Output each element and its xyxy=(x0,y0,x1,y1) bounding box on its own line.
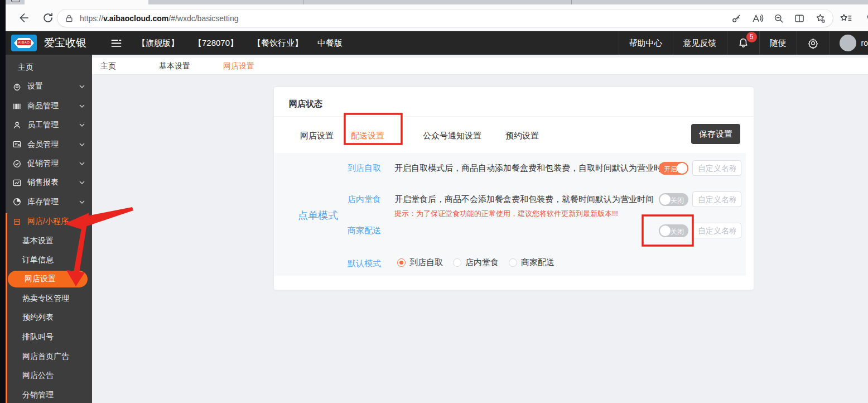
tab-bar-workspaces-icon[interactable] xyxy=(11,0,20,2)
notifications-button[interactable]: 5 xyxy=(727,31,759,55)
user-menu[interactable]: ro xyxy=(829,31,868,55)
zoom-out-icon[interactable] xyxy=(773,13,784,24)
url-text[interactable]: https://v.aibaocloud.com/#/wxdc/basicset… xyxy=(80,14,239,23)
radio-unselected-icon xyxy=(509,258,517,267)
brand-name: 爱宝收银 xyxy=(44,36,86,50)
order-mode-panel: 点单模式 到店自取 开启自取模式后，商品自动添加餐盒费和包装费，自取时间默认为营… xyxy=(274,153,746,276)
dinein-toggle[interactable]: 关闭 xyxy=(659,193,688,206)
store-status-card: 网店状态 网店设置 配送设置 公众号通知设置 预约设置 保存设置 点单模式 到店… xyxy=(273,87,754,290)
sidebar-subitem-basic-settings[interactable]: 基本设置 xyxy=(6,232,92,251)
gear-icon xyxy=(13,83,21,91)
browser-tab-strip: 网店设置 ✕ 餐饮软件怎么设置配送 ✕ 设置中心 - 设置中心 ✕ 主页 ✕ xyxy=(6,0,868,4)
back-icon[interactable] xyxy=(17,11,30,25)
sidebar-item-members[interactable]: 会员管理 xyxy=(6,135,92,154)
pickup-custom-name-input[interactable] xyxy=(692,160,741,176)
sidebar-item-label: 销售报表 xyxy=(27,177,59,188)
sidebar-subitem-order-info[interactable]: 订单信息 xyxy=(6,251,92,270)
member-card-icon xyxy=(13,140,21,148)
sidebar-item-settings[interactable]: 设置 xyxy=(6,77,92,96)
sidebar-item-inventory[interactable]: 库存管理 xyxy=(6,193,92,212)
edition-badge[interactable]: 【旗舰版】 xyxy=(137,38,179,49)
sidebar-item-label: 会员管理 xyxy=(27,140,59,150)
desktop-background-strip xyxy=(0,0,6,403)
version-badge[interactable]: 中餐版 xyxy=(317,38,343,49)
delivery-toggle[interactable]: 关闭 xyxy=(659,224,688,237)
sidebar-item-staff[interactable]: 员工管理 xyxy=(6,116,92,135)
sidebar-subitem-store-notice[interactable]: 网店公告 xyxy=(6,366,92,385)
radio-option-dinein[interactable]: 店内堂食 xyxy=(453,257,499,268)
save-settings-button[interactable]: 保存设置 xyxy=(691,124,740,144)
sidebar-item-label: 员工管理 xyxy=(27,120,59,130)
sidebar-item-label: 网店/小程序 xyxy=(27,217,69,227)
address-bar[interactable]: https://v.aibaocloud.com/#/wxdc/basicset… xyxy=(57,9,833,27)
settings-button[interactable] xyxy=(797,31,829,55)
chevron-down-icon xyxy=(79,85,85,88)
username: ro xyxy=(861,39,868,47)
toggle-knob xyxy=(677,163,687,174)
card-tab-store-settings[interactable]: 网店设置 xyxy=(300,131,334,141)
sidebar-item-label: 分销管理 xyxy=(22,390,54,400)
sidebar-item-label: 预约列表 xyxy=(22,313,54,323)
card-title: 网店状态 xyxy=(289,99,322,109)
shortcut-link[interactable]: 随便 xyxy=(759,31,797,55)
radio-option-delivery[interactable]: 商家配送 xyxy=(509,257,554,268)
browser-toolbar: https://v.aibaocloud.com/#/wxdc/basicset… xyxy=(6,4,868,31)
chevron-down-icon xyxy=(79,181,85,184)
browser-tab-4[interactable]: 主页 ✕ xyxy=(573,0,848,4)
sidebar-subitem-reservation-list[interactable]: 预约列表 xyxy=(6,308,92,327)
shortcut-label: 随便 xyxy=(770,38,787,49)
favorites-list-icon[interactable] xyxy=(839,12,852,25)
feedback-link[interactable]: 意见反馈 xyxy=(673,31,727,55)
radio-unselected-icon xyxy=(453,258,461,267)
notification-badge: 5 xyxy=(746,32,757,42)
radio-label: 商家配送 xyxy=(521,257,554,268)
store-id-badge[interactable]: 【728070】 xyxy=(194,38,238,49)
chevron-down-icon xyxy=(79,162,85,165)
browser-essentials-icon[interactable] xyxy=(866,12,868,25)
radio-option-pickup[interactable]: 到店自取 xyxy=(397,257,443,268)
help-center-link[interactable]: 帮助中心 xyxy=(619,31,673,55)
page-tab-bar: 主页 基本设置 网店设置 xyxy=(92,57,868,75)
browser-tab-3[interactable]: 设置中心 - 设置中心 ✕ xyxy=(305,0,570,4)
password-key-icon[interactable] xyxy=(731,13,742,24)
split-screen-icon[interactable] xyxy=(794,13,805,24)
page-tab-home[interactable]: 主页 xyxy=(100,61,116,71)
sidebar-subitem-hot-zone[interactable]: 热卖专区管理 xyxy=(6,289,92,308)
sidebar-item-label: 主页 xyxy=(18,63,33,73)
dinein-custom-name-input[interactable] xyxy=(692,191,741,207)
sidebar-item-sales-reports[interactable]: 销售报表 xyxy=(6,173,92,192)
divider xyxy=(274,116,754,117)
lock-icon[interactable] xyxy=(64,13,74,23)
card-tab-delivery-settings[interactable]: 配送设置 xyxy=(351,131,384,141)
card-tab-reservation-settings[interactable]: 预约设置 xyxy=(505,131,539,141)
sidebar-item-promotions[interactable]: 促销管理 xyxy=(6,154,92,173)
page-tab-basic-settings[interactable]: 基本设置 xyxy=(159,61,190,71)
pickup-toggle[interactable]: 开启 xyxy=(659,162,688,175)
card-tab-official-account-notify[interactable]: 公众号通知设置 xyxy=(423,131,481,141)
sidebar-item-label: 促销管理 xyxy=(27,159,59,169)
browser-tab-1[interactable]: 网店设置 ✕ xyxy=(25,0,148,4)
industry-badge[interactable]: 【餐饮行业】 xyxy=(253,38,303,49)
logo-text: AIBAO xyxy=(17,40,31,45)
help-center-label: 帮助中心 xyxy=(629,38,663,49)
section-label: 点单模式 xyxy=(298,209,338,222)
refresh-icon[interactable] xyxy=(41,11,55,25)
collapse-menu-icon[interactable] xyxy=(111,39,122,47)
sidebar-subitem-store-settings-active[interactable]: 网店设置 xyxy=(8,271,88,287)
toggle-label: 关闭 xyxy=(671,196,684,205)
sidebar-item-label: 网店设置 xyxy=(25,274,56,284)
sidebar-item-online-store[interactable]: 网店/小程序 xyxy=(6,212,92,231)
sidebar-subitem-homepage-ads[interactable]: 网店首页广告 xyxy=(6,347,92,366)
page-tab-store-settings[interactable]: 网店设置 xyxy=(223,61,254,71)
add-favorite-icon[interactable] xyxy=(814,12,826,24)
chevron-down-icon xyxy=(79,104,85,108)
sidebar-item-products[interactable]: 商品管理 xyxy=(6,97,92,116)
sidebar-subitem-queue-number[interactable]: 排队叫号 xyxy=(6,328,92,347)
delivery-custom-name-input[interactable] xyxy=(692,223,741,238)
read-aloud-icon[interactable] xyxy=(751,13,764,24)
sidebar-subitem-distribution[interactable]: 分销管理 xyxy=(6,386,92,403)
browser-tab-2[interactable]: 餐饮软件怎么设置配送 ✕ xyxy=(150,0,301,4)
barcode-icon xyxy=(13,102,21,111)
sidebar-item-home[interactable]: 主页 xyxy=(6,58,92,77)
sidebar: 主页 设置 商品管理 员工管理 会员管理 促销管理 销售报表 库存管理 网 xyxy=(6,55,92,403)
